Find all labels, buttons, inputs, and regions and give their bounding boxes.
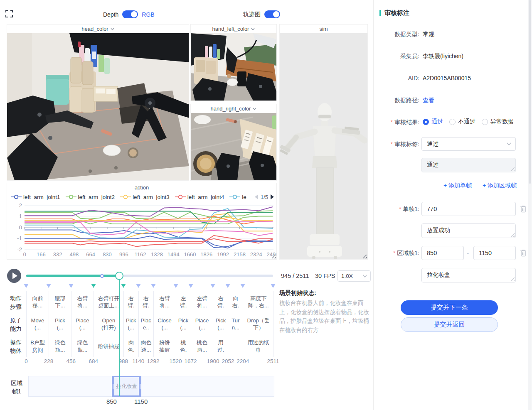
object-cell: 桃 色. (176, 335, 191, 357)
region-start-input[interactable]: 850 (421, 246, 464, 260)
step-column: 右 臂.Pick (...肉 色. (124, 291, 139, 357)
pager-next-icon[interactable] (271, 194, 274, 199)
input-value: 1150 (479, 250, 492, 256)
radio-label: 不通过 (458, 118, 475, 125)
submit-next-button[interactable]: 提交并下一条 (401, 300, 498, 315)
single-frame-comment-textarea[interactable]: 放置成功 (421, 223, 516, 238)
header-accent-bar (379, 10, 381, 16)
resize-handle[interactable] (510, 277, 515, 281)
ability-cell: Plac e.. (139, 313, 153, 335)
rgb-label: RGB (142, 11, 154, 18)
input-value: 770 (427, 206, 437, 212)
depth-rgb-toggle[interactable] (122, 10, 138, 18)
timeline-marker-1900[interactable] (210, 284, 215, 288)
resize-handle[interactable] (510, 167, 515, 171)
x-axis-tick-label: 1660 (184, 251, 196, 258)
timeline-marker-684[interactable] (91, 284, 96, 288)
region-drag-handle-right[interactable] (140, 384, 140, 389)
panel-scrollbar[interactable] (528, 0, 532, 410)
play-button[interactable] (7, 269, 21, 283)
timeline-marker-988[interactable] (121, 284, 126, 288)
add-single-frame-link[interactable]: + 添加单帧 (443, 182, 472, 189)
region-band[interactable]: 拉化妆盒 (28, 376, 274, 397)
input-value: 850 (427, 250, 437, 256)
delete-region-frame-icon[interactable] (520, 249, 527, 257)
timeline-marker-1520[interactable] (173, 284, 178, 288)
timeline-marker-1140[interactable] (136, 284, 141, 288)
legend-line-icon (175, 194, 186, 199)
radio-option-通过[interactable]: 通过 (423, 118, 443, 125)
legend-item-left_arm_joint3[interactable]: left_arm_joint3 (120, 194, 170, 200)
legend-item-left_arm_joint4[interactable]: left_arm_joint4 (175, 194, 224, 200)
ability-cell: Pick (... (124, 313, 138, 335)
object-cell: 绿色 瓶... (71, 335, 94, 357)
camera-select-hand-right[interactable]: hand_right_color (191, 104, 276, 113)
ability-cell: Move (... (27, 313, 49, 335)
frame-axis-label: 1292 (141, 358, 166, 364)
trajectory-toggle[interactable] (264, 10, 280, 18)
region-comment-textarea[interactable]: 拉化妆盒 (421, 268, 516, 282)
resize-handle[interactable] (510, 233, 515, 237)
radio-option-不通过[interactable]: 不通过 (449, 118, 475, 125)
x-axis-tick-label: 664 (86, 251, 95, 258)
scrollbar-thumb[interactable] (529, 0, 531, 184)
data-path-link[interactable]: 查看 (423, 96, 434, 104)
row-label-action-step: 动作 步骤 (7, 294, 24, 311)
radio-option-异常数据[interactable]: 异常数据 (482, 118, 514, 125)
legend-item-left_arm_joint2[interactable]: left_arm_joint2 (66, 194, 115, 200)
timeline-slider-fill (26, 275, 119, 277)
frame-axis-label: 228 (36, 358, 61, 364)
timeline-marker-2511[interactable] (271, 284, 276, 288)
timeline-marker-228[interactable] (46, 284, 51, 288)
legend-item-left_arm_joint1[interactable]: left_arm_joint1 (11, 194, 60, 200)
camera-select-head[interactable]: head_color (7, 25, 189, 33)
timeline-slider-handle[interactable] (115, 272, 123, 280)
single-frame-input[interactable]: 770 (421, 202, 516, 216)
legend-line-icon (66, 194, 76, 199)
add-region-frame-link[interactable]: + 添加区域帧 (483, 182, 517, 189)
submit-back-button[interactable]: 提交并返回 (401, 317, 498, 332)
legend-line-icon (11, 194, 22, 199)
row-label-object: 操作 物体 (7, 338, 24, 355)
region-end-input[interactable]: 1150 (473, 246, 516, 260)
textarea-value: 拉化妆盒 (427, 271, 450, 278)
object-cell: 桃色 唇... (191, 335, 213, 357)
step-column: 向前 移...Move (...B户型 房间 (27, 291, 49, 357)
x-axis-tick-label: 498 (70, 251, 79, 258)
pager-prev-icon[interactable] (255, 194, 258, 199)
review-tag-comment-textarea[interactable]: 通过 (421, 158, 516, 172)
timeline-marker-1292[interactable] (151, 284, 156, 288)
x-axis-tick-label: 1162 (135, 251, 146, 258)
legend-item-le[interactable]: le (229, 194, 246, 200)
timeline-marker-456[interactable] (69, 284, 74, 288)
step-column: 右臂 将...Close (...粉饼 抽屉 (154, 291, 176, 357)
step-cell: 右臂 将... (71, 291, 94, 313)
speed-select[interactable]: 1.0X (337, 270, 371, 282)
region-segment[interactable]: 拉化妆盒 (112, 376, 141, 397)
x-axis-tick-label: 830 (103, 251, 112, 258)
timeline-marker-2052[interactable] (225, 284, 230, 288)
textarea-value: 放置成功 (427, 227, 450, 233)
step-cell: 向前 移... (27, 291, 49, 313)
legend-pager: 1/5 (254, 194, 276, 200)
region-frame-label: 区域帧1: (374, 246, 419, 260)
legend-label: le (242, 194, 246, 200)
timeline-marker-0[interactable] (24, 284, 29, 288)
fullscreen-icon[interactable] (5, 10, 13, 17)
scene-state-title: 场景初始状态: (279, 290, 370, 297)
object-cell (228, 335, 243, 357)
delete-single-frame-icon[interactable] (520, 205, 527, 213)
radio-icon (449, 119, 456, 125)
review-result-label: 审核结果: (374, 118, 419, 126)
step-column: 左 臂.Pick (...桃 色. (176, 291, 191, 357)
camera-select-hand-left[interactable]: hand_left_color (191, 25, 276, 33)
single-frame-dot-marker[interactable] (100, 274, 104, 278)
camera-title-label: hand_left_color (212, 26, 249, 32)
timeline-marker-2204[interactable] (240, 284, 245, 288)
timeline-marker-1672[interactable] (188, 284, 193, 288)
pager-indicator: 1/5 (261, 194, 268, 200)
region-drag-handle-left[interactable] (113, 384, 113, 389)
review-tag-select[interactable]: 通过 (421, 137, 516, 151)
step-column: 向 右.Tur n... (228, 291, 243, 357)
step-cell: 右臂 将... (154, 291, 176, 313)
